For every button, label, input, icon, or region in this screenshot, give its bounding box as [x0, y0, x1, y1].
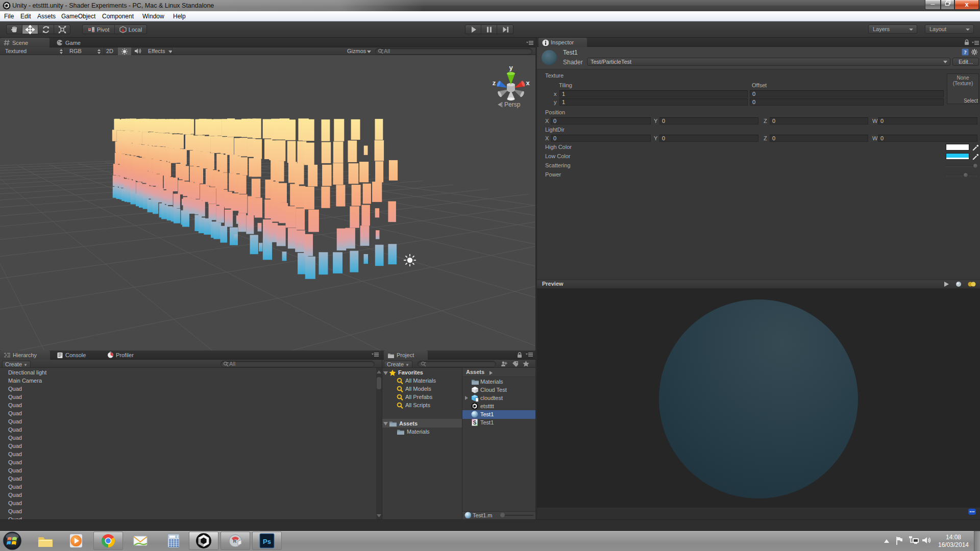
svg-text:?: ?	[964, 49, 967, 55]
svg-text:y: y	[509, 64, 513, 71]
svg-text:x: x	[526, 79, 530, 87]
svg-text:Ps: Ps	[263, 538, 271, 545]
svg-text:S: S	[473, 420, 477, 425]
svg-text:R: R	[233, 539, 237, 544]
svg-text:z: z	[493, 79, 496, 87]
